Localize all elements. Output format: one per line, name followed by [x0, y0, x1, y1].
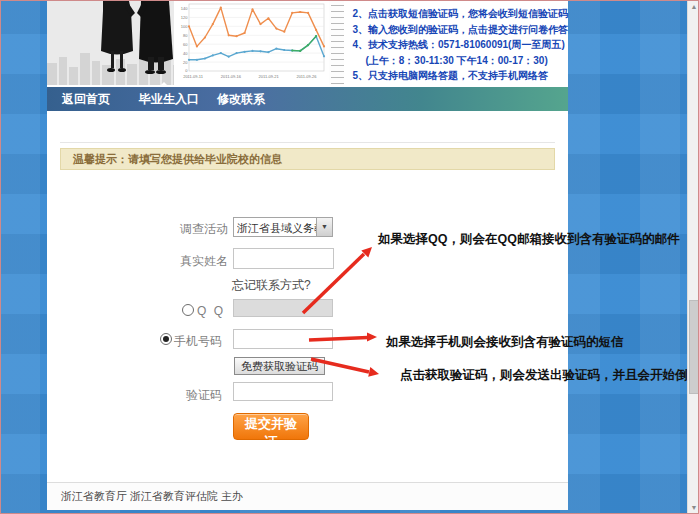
qq-radio[interactable] [182, 304, 194, 316]
svg-text:2011-09-21: 2011-09-21 [258, 74, 279, 79]
notice-bar: 温馨提示：请填写您提供给毕业院校的信息 [60, 148, 555, 170]
divider [60, 142, 555, 143]
qq-radio-label[interactable]: Q Q [197, 304, 225, 318]
nav-bar: 返回首页 毕业生入口 修改联系 [47, 87, 568, 111]
svg-text:140: 140 [180, 6, 187, 11]
annotation-phone: 如果选择手机则会接收到含有验证码的短信 [386, 334, 624, 351]
page: 0204060801001201402011-09-112011-09-1620… [0, 0, 699, 514]
phone-radio-label[interactable]: 手机号码 [174, 333, 222, 350]
graduates-image [47, 1, 174, 85]
content-panel: 0204060801001201402011-09-112011-09-1620… [47, 1, 568, 510]
nav-home[interactable]: 返回首页 [62, 87, 110, 111]
footer: 浙江省教育厅 浙江省教育评估院 主办 [47, 482, 568, 510]
instruction-line: 5、只支持电脑网络答题，不支持手机网络答 [352, 68, 568, 84]
header-chart: 0204060801001201402011-09-112011-09-1620… [174, 1, 329, 85]
svg-text:120: 120 [180, 15, 187, 20]
footer-text: 浙江省教育厅 浙江省教育评估院 主办 [61, 490, 243, 502]
real-name-label: 真实姓名 [148, 253, 228, 270]
instruction-line: 2、点击获取短信验证码，您将会收到短信验证码 [352, 6, 568, 22]
instruction-line: 4、技术支持热线：0571-81060091(周一至周五) [352, 37, 568, 53]
real-name-input[interactable] [233, 248, 334, 269]
annotation-getcode: 点击获取验证码，则会发送出验证码，并且会开始倒计时 [400, 367, 699, 384]
get-code-button[interactable]: 免费获取验证码 [234, 357, 325, 375]
instruction-line: (上午：8：30-11:30 下午14：00-17：30) [352, 53, 568, 69]
verification-code-input[interactable] [233, 382, 333, 401]
header-banner: 0204060801001201402011-09-112011-09-1620… [47, 1, 568, 85]
svg-text:100: 100 [180, 24, 187, 29]
forgot-contact-link[interactable]: 忘记联系方式? [232, 277, 311, 294]
svg-text:2011-09-11: 2011-09-11 [183, 74, 204, 79]
annotation-qq: 如果选择QQ，则会在QQ邮箱接收到含有验证码的邮件 [378, 231, 679, 248]
svg-text:20: 20 [183, 60, 188, 65]
survey-select-value: 浙江省县域义务教育均 [237, 221, 316, 236]
svg-text:2011-09-26: 2011-09-26 [296, 74, 317, 79]
svg-text:60: 60 [183, 42, 188, 47]
vertical-scrollbar[interactable]: ▲ ▼ [687, 0, 699, 514]
instruction-line: 3、输入您收到的验证码，点击提交进行问卷作答 [352, 22, 568, 38]
phone-radio[interactable] [160, 333, 172, 345]
nav-modify-contact[interactable]: 修改联系 [217, 87, 265, 111]
qq-input [233, 299, 333, 317]
graduates-illustration [47, 1, 174, 85]
verification-code-label: 验证码 [142, 387, 222, 404]
svg-text:40: 40 [183, 51, 188, 56]
phone-input[interactable] [233, 329, 333, 349]
svg-text:2011-09-16: 2011-09-16 [220, 74, 241, 79]
svg-text:80: 80 [183, 33, 188, 38]
scroll-up-icon[interactable]: ▲ [688, 0, 699, 13]
nav-graduate-entry[interactable]: 毕业生入口 [139, 87, 199, 111]
survey-activity-label: 调查活动 [148, 221, 228, 238]
submit-verify-button[interactable]: 提交并验证 [233, 413, 309, 440]
scroll-down-icon[interactable]: ▼ [688, 501, 699, 514]
survey-thumbnail-text [329, 1, 345, 85]
scrollbar-thumb[interactable] [689, 300, 699, 394]
chevron-down-icon[interactable]: ▼ [316, 218, 332, 236]
survey-select[interactable]: 浙江省县域义务教育均 ▼ [233, 217, 333, 237]
instructions-panel: 2、点击获取短信验证码，您将会收到短信验证码 3、输入您收到的验证码，点击提交进… [344, 1, 568, 85]
